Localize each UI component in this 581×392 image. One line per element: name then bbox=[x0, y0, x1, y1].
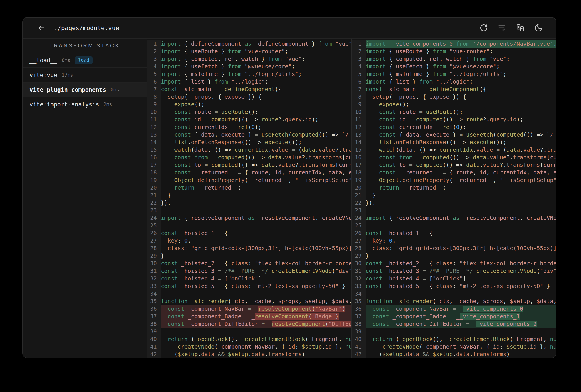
code-text: key: 0, bbox=[366, 237, 556, 244]
sidebar-item-vite-plugin-components[interactable]: vite-plugin-components 0ms bbox=[23, 83, 146, 97]
code-line: 28 class: "grid grid-cols-[300px,3fr] h-… bbox=[352, 244, 556, 252]
code-text: const _component_Badge = __vite_componen… bbox=[366, 313, 556, 320]
code-text: _createVNode(_component_NavBar, { id: $s… bbox=[161, 343, 351, 350]
code-line: 41 _createVNode(_component_NavBar, { id:… bbox=[352, 343, 556, 350]
inline-diff-icon[interactable] bbox=[516, 23, 525, 32]
code-line: 18 const __returned__ = { route, id, cur… bbox=[352, 169, 556, 176]
code-text: watch(data, () => currentIdx.value = (da… bbox=[366, 146, 556, 154]
line-number: 29 bbox=[352, 252, 366, 260]
code-line: 38 const _component_DiffEditor = _resolv… bbox=[147, 320, 351, 328]
code-text: const id = computed(() => route?.query.i… bbox=[161, 116, 351, 124]
code-text: key: 0, bbox=[161, 237, 351, 244]
code-text: const __returned__ = { route, id, curren… bbox=[161, 169, 351, 176]
code-text bbox=[366, 328, 556, 336]
code-text: import { useFetch } from "@vueuse/core"; bbox=[366, 63, 556, 70]
code-line: 18 const __returned__ = { route, id, cur… bbox=[147, 169, 351, 176]
code-line: 34 bbox=[352, 290, 556, 298]
line-number: 21 bbox=[352, 192, 366, 199]
back-button[interactable] bbox=[36, 23, 46, 33]
code-line: 16 const from = computed(() => data.valu… bbox=[147, 154, 351, 161]
code-text: class: "grid grid-cols-[300px,3fr] h-[ca… bbox=[161, 244, 351, 252]
code-line: 8 setup(__props, { expose }) { bbox=[147, 93, 351, 101]
file-title-prefix: . bbox=[54, 24, 58, 32]
code-text: const _hoisted_4 = ["onClick"] bbox=[366, 275, 556, 282]
code-line: 3import { computed, ref, watch } from "v… bbox=[352, 55, 556, 63]
code-line: 32const _hoisted_4 = ["onClick"] bbox=[352, 275, 556, 282]
code-text: expose(); bbox=[366, 101, 556, 108]
code-line: 25 bbox=[352, 222, 556, 230]
line-number: 36 bbox=[352, 305, 366, 313]
code-line: 40 return (_openBlock(), _createElementB… bbox=[352, 336, 556, 343]
code-text: const _component_Badge = _resolveCompone… bbox=[161, 313, 351, 320]
sidebar-item-vite-import-analysis[interactable]: vite:import-analysis 2ms bbox=[23, 97, 146, 112]
line-number: 9 bbox=[147, 101, 161, 108]
line-number: 24 bbox=[147, 214, 161, 222]
line-number: 8 bbox=[352, 93, 366, 101]
code-line: 39 bbox=[147, 328, 351, 336]
code-text: setup(__props, { expose }) { bbox=[161, 93, 351, 101]
code-line: 16 const from = computed(() => data.valu… bbox=[352, 154, 556, 161]
line-number: 22 bbox=[352, 199, 366, 207]
code-text: const __returned__ = { route, id, curren… bbox=[366, 169, 556, 176]
code-line: 1import __vite_components_0 from '/compo… bbox=[352, 40, 556, 48]
line-number: 10 bbox=[352, 108, 366, 116]
plugin-time: 0ms bbox=[62, 58, 70, 63]
code-line: 42 ($setup.data && $setup.data.transform… bbox=[352, 350, 556, 358]
code-panel-after[interactable]: 1import __vite_components_0 from '/compo… bbox=[352, 38, 556, 358]
code-panel-before[interactable]: 1import { defineComponent as _defineComp… bbox=[147, 38, 352, 358]
line-number: 37 bbox=[352, 313, 366, 320]
line-number: 6 bbox=[147, 78, 161, 86]
code-line: 23 bbox=[352, 207, 556, 214]
code-line: 9 expose(); bbox=[352, 101, 556, 108]
sidebar-item-load[interactable]: __load__ 0ms load bbox=[23, 53, 146, 68]
code-line: 20 return __returned__; bbox=[352, 184, 556, 192]
code-text bbox=[161, 328, 351, 336]
code-text bbox=[366, 290, 556, 298]
line-number: 7 bbox=[147, 86, 161, 93]
moon-icon[interactable] bbox=[534, 23, 543, 32]
line-number: 5 bbox=[352, 70, 366, 78]
file-title-path: /pages/module.vue bbox=[58, 24, 119, 32]
code-text: const _hoisted_2 = { class: "flex flex-c… bbox=[161, 260, 351, 267]
line-number: 41 bbox=[147, 343, 161, 350]
code-line: 7const _sfc_main = _defineComponent({ bbox=[352, 86, 556, 93]
line-number: 5 bbox=[147, 70, 161, 78]
topbar-icons bbox=[479, 23, 543, 32]
code-text: const _component_DiffEditor = _resolveCo… bbox=[161, 320, 351, 328]
code-text: list.onFetchResponse(() => execute()); bbox=[161, 138, 351, 146]
transform-stack-sidebar: TRANSFORM STACK __load__ 0ms load vite:v… bbox=[23, 38, 147, 358]
line-number: 42 bbox=[352, 350, 366, 358]
arrow-left-icon bbox=[37, 24, 46, 32]
code-text: const _sfc_main = _defineComponent({ bbox=[161, 86, 351, 93]
line-number: 16 bbox=[352, 154, 366, 161]
code-text: function _sfc_render(_ctx, _cache, $prop… bbox=[161, 298, 351, 305]
code-line: 13 const { data, execute } = useFetch(co… bbox=[352, 131, 556, 138]
line-number: 12 bbox=[352, 124, 366, 131]
line-number: 20 bbox=[352, 184, 366, 192]
code-line: 13 const { data, execute } = useFetch(co… bbox=[147, 131, 351, 138]
file-title: ./pages/module.vue bbox=[54, 24, 119, 32]
code-text: return __returned__; bbox=[161, 184, 351, 192]
code-line: 32const _hoisted_4 = ["onClick"] bbox=[147, 275, 351, 282]
line-number: 21 bbox=[147, 192, 161, 199]
line-number: 17 bbox=[352, 161, 366, 169]
plugin-time: 2ms bbox=[104, 102, 112, 107]
line-number: 27 bbox=[147, 237, 161, 244]
code-text: return __returned__; bbox=[366, 184, 556, 192]
code-text: }); bbox=[366, 199, 556, 207]
code-line: 26const _hoisted_1 = { bbox=[147, 230, 351, 237]
code-text: const { data, execute } = useFetch(compu… bbox=[366, 131, 556, 138]
code-text: ($setup.data && $setup.data.transforms) bbox=[161, 350, 351, 358]
line-number: 11 bbox=[147, 116, 161, 124]
refresh-icon[interactable] bbox=[479, 23, 488, 32]
sidebar-item-vite-vue[interactable]: vite:vue 17ms bbox=[23, 68, 146, 83]
code-line: 2import { useRoute } from "vue-router"; bbox=[147, 48, 351, 55]
line-number: 31 bbox=[147, 267, 161, 275]
line-number: 28 bbox=[147, 244, 161, 252]
line-number: 10 bbox=[147, 108, 161, 116]
code-line: 22}); bbox=[352, 199, 556, 207]
line-number: 1 bbox=[147, 40, 161, 48]
main-area: TRANSFORM STACK __load__ 0ms load vite:v… bbox=[23, 38, 556, 358]
word-wrap-icon[interactable] bbox=[497, 23, 506, 32]
code-text: expose(); bbox=[161, 101, 351, 108]
